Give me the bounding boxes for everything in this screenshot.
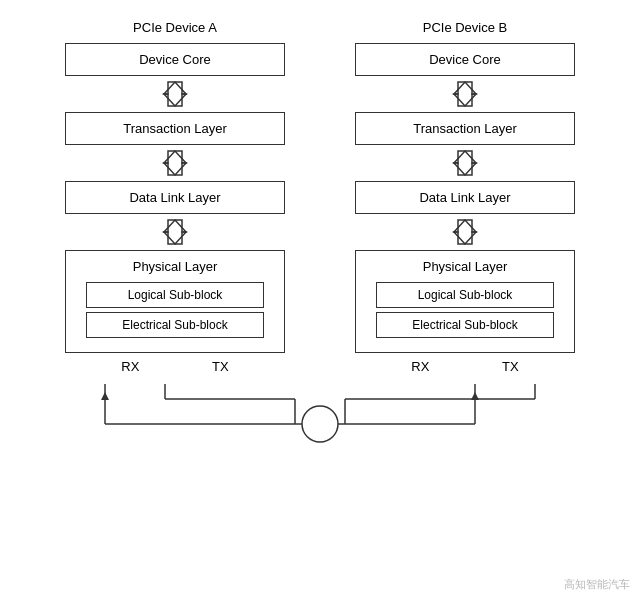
device-a-column: PCIe Device A Device Core Transaction La… xyxy=(45,20,305,374)
arrow-a-3 xyxy=(160,218,190,246)
datalink-layer-b: Data Link Layer xyxy=(355,181,575,214)
watermark: 高知智能汽车 xyxy=(564,577,630,592)
svg-marker-26 xyxy=(471,392,479,400)
tx-label-b: TX xyxy=(502,359,519,374)
bottom-connections-section xyxy=(0,384,640,464)
device-core-b: Device Core xyxy=(355,43,575,76)
logical-subblock-a: Logical Sub-block xyxy=(86,282,264,308)
arrow-a-2 xyxy=(160,149,190,177)
physical-layer-b: Physical Layer Logical Sub-block Electri… xyxy=(355,250,575,353)
device-b-title: PCIe Device B xyxy=(423,20,508,35)
rx-label-a: RX xyxy=(121,359,139,374)
svg-marker-25 xyxy=(101,392,109,400)
diagram-container: PCIe Device A Device Core Transaction La… xyxy=(0,0,640,384)
electrical-subblock-b: Electrical Sub-block xyxy=(376,312,554,338)
physical-title-a: Physical Layer xyxy=(76,259,274,274)
device-a-title: PCIe Device A xyxy=(133,20,217,35)
rx-tx-b: RX TX xyxy=(355,359,575,374)
tx-label-a: TX xyxy=(212,359,229,374)
arrow-b-1 xyxy=(450,80,480,108)
device-b-column: PCIe Device B Device Core Transaction La… xyxy=(335,20,595,374)
connection-svg xyxy=(0,384,640,464)
device-core-a: Device Core xyxy=(65,43,285,76)
transaction-layer-b: Transaction Layer xyxy=(355,112,575,145)
logical-subblock-b: Logical Sub-block xyxy=(376,282,554,308)
svg-point-22 xyxy=(302,406,338,442)
datalink-layer-a: Data Link Layer xyxy=(65,181,285,214)
arrow-a-1 xyxy=(160,80,190,108)
physical-title-b: Physical Layer xyxy=(366,259,564,274)
arrow-b-3 xyxy=(450,218,480,246)
rx-label-b: RX xyxy=(411,359,429,374)
transaction-layer-a: Transaction Layer xyxy=(65,112,285,145)
rx-tx-a: RX TX xyxy=(65,359,285,374)
physical-layer-a: Physical Layer Logical Sub-block Electri… xyxy=(65,250,285,353)
arrow-b-2 xyxy=(450,149,480,177)
electrical-subblock-a: Electrical Sub-block xyxy=(86,312,264,338)
